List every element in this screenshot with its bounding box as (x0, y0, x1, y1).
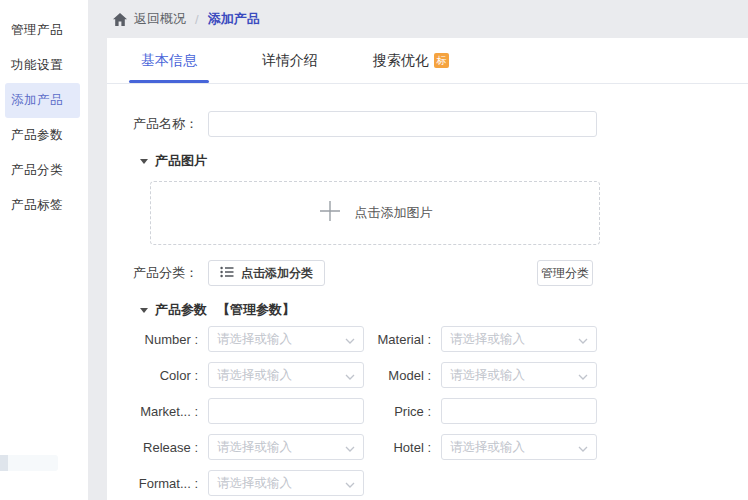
sidebar: 管理产品 功能设置 添加产品 产品参数 产品分类 产品标签 (0, 0, 88, 500)
select-placeholder: 请选择或输入 (450, 367, 578, 384)
chevron-down-icon (345, 438, 355, 456)
product-category-label: 产品分类： (107, 264, 208, 282)
market-input[interactable] (208, 398, 364, 424)
product-image-section-header[interactable]: 产品图片 (140, 153, 748, 169)
number-select[interactable]: 请选择或输入 (208, 326, 364, 352)
material-select[interactable]: 请选择或输入 (441, 326, 597, 352)
select-placeholder: 请选择或输入 (217, 475, 345, 492)
release-select[interactable]: 请选择或输入 (208, 434, 364, 460)
price-input[interactable] (441, 398, 597, 424)
tab-search-optimization[interactable]: 搜索优化 标 (371, 38, 451, 83)
sidebar-item-label: 产品标签 (11, 197, 63, 214)
product-params-section-header[interactable]: 产品参数 【管理参数】 (140, 302, 748, 318)
select-placeholder: 请选择或输入 (217, 367, 345, 384)
material-label: Material : (364, 332, 441, 347)
sidebar-item-label: 添加产品 (11, 92, 63, 109)
image-upload-dropzone[interactable]: 点击添加图片 (150, 181, 600, 245)
add-category-button-label: 点击添加分类 (241, 265, 313, 282)
product-name-label: 产品名称： (107, 115, 208, 133)
price-label: Price : (364, 404, 441, 419)
select-placeholder: 请选择或输入 (450, 439, 578, 456)
params-grid: Number : 请选择或输入 Material : 请选择或输入 Color … (107, 326, 748, 496)
tab-detail-intro[interactable]: 详情介绍 (250, 38, 330, 83)
tab-basic-info[interactable]: 基本信息 (129, 38, 209, 83)
breadcrumb-current-page: 添加产品 (208, 10, 260, 28)
tab-bar: 基本信息 详情介绍 搜索优化 标 (107, 38, 748, 84)
faded-tooltip (0, 455, 58, 471)
chevron-down-icon (345, 330, 355, 348)
color-select[interactable]: 请选择或输入 (208, 362, 364, 388)
plus-icon (318, 199, 342, 227)
main-card: 基本信息 详情介绍 搜索优化 标 产品名称： 产品图片 点击添加图片 产 (107, 38, 748, 500)
product-name-row: 产品名称： (107, 111, 748, 137)
sidebar-item-label: 功能设置 (11, 57, 63, 74)
breadcrumb-separator: / (195, 12, 199, 27)
breadcrumb: 返回概况 / 添加产品 (88, 0, 748, 38)
hotel-select[interactable]: 请选择或输入 (441, 434, 597, 460)
color-label: Color : (107, 368, 208, 383)
sidebar-item-add-product[interactable]: 添加产品 (5, 83, 80, 118)
hotel-label: Hotel : (364, 440, 441, 455)
sidebar-item-label: 产品参数 (11, 127, 63, 144)
select-placeholder: 请选择或输入 (450, 331, 578, 348)
sidebar-item-feature-settings[interactable]: 功能设置 (5, 48, 80, 83)
manage-category-button-label: 管理分类 (541, 265, 589, 282)
model-label: Model : (364, 368, 441, 383)
breadcrumb-back-link[interactable]: 返回概况 (134, 10, 186, 28)
format-select[interactable]: 请选择或输入 (208, 470, 364, 496)
sidebar-item-label: 产品分类 (11, 162, 63, 179)
select-placeholder: 请选择或输入 (217, 331, 345, 348)
product-category-row: 产品分类： 点击添加分类 管理分类 (107, 260, 748, 286)
select-placeholder: 请选择或输入 (217, 439, 345, 456)
form-content: 产品名称： 产品图片 点击添加图片 产品分类： (107, 111, 748, 496)
market-label: Market... : (107, 404, 208, 419)
upload-hint-text: 点击添加图片 (355, 204, 433, 222)
home-icon[interactable] (113, 13, 127, 26)
sidebar-item-manage-products[interactable]: 管理产品 (5, 13, 80, 48)
number-label: Number : (107, 332, 208, 347)
sidebar-item-product-params[interactable]: 产品参数 (5, 118, 80, 153)
collapse-arrow-icon (140, 159, 148, 164)
tab-label: 基本信息 (141, 52, 197, 70)
sidebar-item-product-categories[interactable]: 产品分类 (5, 153, 80, 188)
collapse-arrow-icon (140, 308, 148, 313)
tab-label: 详情介绍 (262, 52, 318, 70)
sidebar-item-product-tags[interactable]: 产品标签 (5, 188, 80, 223)
chevron-down-icon (578, 330, 588, 348)
manage-params-link[interactable]: 【管理参数】 (217, 301, 295, 319)
product-name-input[interactable] (208, 111, 597, 137)
section-title: 产品图片 (155, 152, 207, 170)
chevron-down-icon (578, 366, 588, 384)
manage-category-button[interactable]: 管理分类 (537, 260, 593, 286)
format-label: Format... : (107, 476, 208, 491)
list-icon (220, 266, 234, 281)
tab-label: 搜索优化 (373, 52, 429, 70)
chevron-down-icon (345, 366, 355, 384)
chevron-down-icon (578, 438, 588, 456)
section-title: 产品参数 (155, 301, 207, 319)
chevron-down-icon (345, 474, 355, 492)
release-label: Release : (107, 440, 208, 455)
add-category-button[interactable]: 点击添加分类 (208, 260, 325, 286)
tab-badge: 标 (434, 53, 449, 68)
model-select[interactable]: 请选择或输入 (441, 362, 597, 388)
sidebar-item-label: 管理产品 (11, 22, 63, 39)
